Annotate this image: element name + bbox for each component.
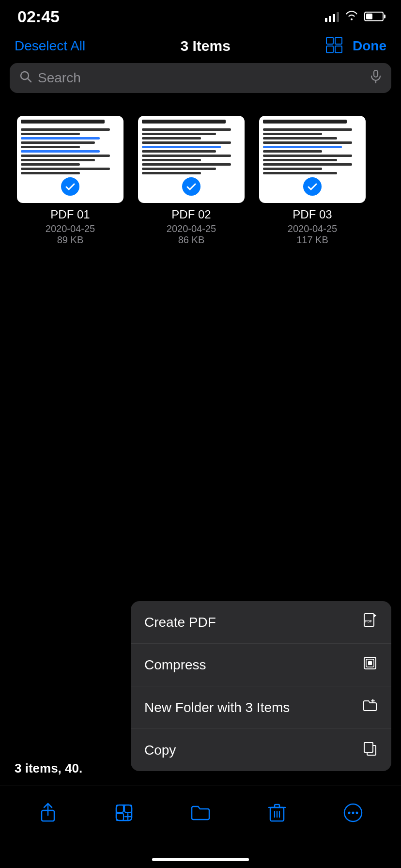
compress-icon: [362, 655, 378, 674]
status-icons: [325, 10, 384, 23]
wifi-icon: [345, 10, 358, 23]
list-item[interactable]: PDF 03 2020-04-25 117 KB: [257, 116, 368, 246]
search-bar[interactable]: Search: [10, 63, 391, 93]
copy-icon: [362, 741, 378, 760]
signal-icon: [325, 11, 339, 22]
file-size-1: 89 KB: [57, 234, 83, 246]
home-indicator: [152, 858, 249, 861]
file-name-3: PDF 03: [293, 208, 332, 221]
svg-point-35: [356, 811, 358, 814]
svg-rect-0: [326, 37, 333, 44]
add-button[interactable]: [109, 798, 139, 827]
context-menu-copy[interactable]: Copy: [131, 729, 391, 771]
search-icon: [19, 70, 32, 86]
grid-view-button[interactable]: [325, 36, 343, 56]
status-time: 02:45: [17, 7, 60, 26]
svg-rect-6: [374, 70, 378, 77]
svg-rect-14: [368, 661, 372, 665]
svg-rect-1: [335, 37, 342, 44]
new-folder-icon: [362, 698, 378, 717]
context-menu-create-pdf[interactable]: Create PDF PDF: [131, 601, 391, 644]
compress-label: Compress: [144, 657, 206, 673]
pdf-thumbnail-2: [138, 116, 245, 203]
bottom-toolbar: [0, 786, 401, 839]
battery-icon: [364, 12, 384, 21]
selected-badge-1: [60, 176, 81, 197]
copy-label: Copy: [144, 743, 176, 758]
done-button[interactable]: Done: [353, 38, 386, 54]
pdf-thumbnail-1: [17, 116, 123, 203]
svg-point-34: [352, 811, 355, 814]
svg-rect-2: [326, 46, 333, 53]
context-menu-compress[interactable]: Compress: [131, 644, 391, 686]
context-menu-new-folder[interactable]: New Folder with 3 Items: [131, 686, 391, 729]
svg-rect-3: [335, 46, 342, 53]
more-button[interactable]: [339, 798, 368, 827]
svg-line-5: [28, 78, 31, 82]
nav-right-actions: Done: [325, 36, 386, 56]
create-pdf-icon: PDF: [362, 613, 378, 632]
file-size-2: 86 KB: [178, 234, 204, 246]
svg-point-33: [348, 811, 351, 814]
context-menu: Create PDF PDF Compress New Folder with …: [131, 601, 391, 771]
file-name-2: PDF 02: [171, 208, 211, 221]
file-date-2: 2020-04-25: [167, 223, 216, 234]
list-item[interactable]: PDF 01 2020-04-25 89 KB: [15, 116, 126, 246]
share-button[interactable]: [33, 798, 62, 827]
mic-icon[interactable]: [370, 70, 382, 86]
trash-button[interactable]: [262, 798, 292, 827]
selected-badge-2: [181, 176, 202, 197]
selected-badge-3: [302, 176, 323, 197]
status-bar: 02:45: [0, 0, 401, 29]
search-placeholder: Search: [38, 70, 364, 86]
nav-bar: Deselect All 3 Items Done: [0, 29, 401, 63]
create-pdf-label: Create PDF: [144, 615, 216, 630]
svg-text:PDF: PDF: [365, 620, 372, 623]
list-item[interactable]: PDF 02 2020-04-25 86 KB: [136, 116, 247, 246]
file-name-1: PDF 01: [50, 208, 90, 221]
nav-title: 3 Items: [180, 38, 230, 54]
folder-button[interactable]: [186, 798, 215, 827]
svg-rect-18: [364, 743, 373, 752]
deselect-all-button[interactable]: Deselect All: [15, 38, 85, 54]
file-size-3: 117 KB: [296, 234, 328, 246]
file-date-3: 2020-04-25: [288, 223, 337, 234]
bottom-status-text: 3 items, 40.: [15, 761, 82, 776]
file-date-1: 2020-04-25: [46, 223, 95, 234]
new-folder-label: New Folder with 3 Items: [144, 700, 290, 715]
file-grid: PDF 01 2020-04-25 89 KB: [0, 101, 401, 255]
pdf-thumbnail-3: [259, 116, 366, 203]
